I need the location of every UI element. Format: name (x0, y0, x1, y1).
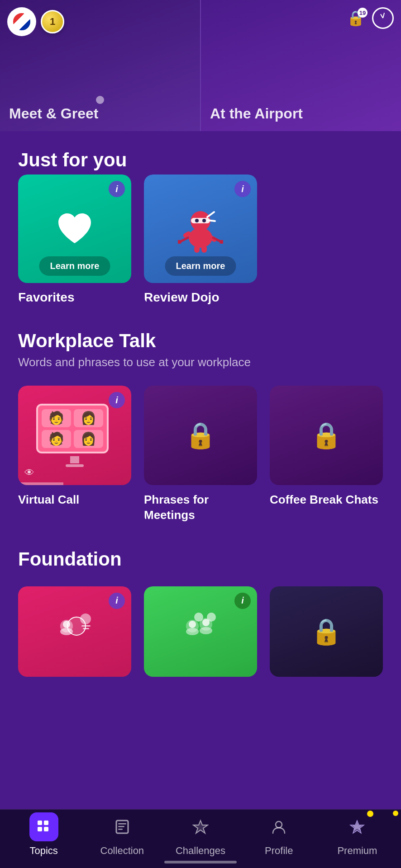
svg-line-13 (207, 212, 214, 217)
svg-point-27 (200, 627, 212, 634)
svg-rect-37 (118, 829, 123, 830)
info-icon-fc2[interactable]: i (234, 593, 251, 609)
bottom-nav: Topics Collection Challenges Pro (0, 809, 401, 868)
premium-icon (349, 819, 365, 835)
challenges-icon-wrap (186, 812, 215, 841)
monitor-base (66, 464, 84, 467)
svg-rect-30 (38, 821, 42, 825)
lock-icon-fc3: 🔒 (310, 617, 342, 646)
svg-rect-35 (118, 823, 126, 825)
profile-icon-wrap (264, 812, 293, 841)
review-dojo-card[interactable]: i (144, 175, 257, 305)
home-indicator (164, 861, 237, 863)
info-icon-vc[interactable]: i (109, 392, 125, 408)
lock-count-wrap: 🔒 19 (347, 9, 365, 27)
collection-icon-wrap (108, 812, 137, 841)
progress-bar (18, 482, 63, 485)
monitor-body: 🧑 👩 🧑 👩 (36, 404, 109, 453)
favorites-card[interactable]: i Learn more Favorites (18, 175, 131, 305)
info-icon-fc1[interactable]: i (109, 593, 125, 609)
hero-card-label: Meet & Greet (9, 105, 98, 122)
timer-icon (372, 7, 394, 29)
lock-icon-cbc: 🔒 (310, 420, 342, 450)
foundation-card-pink-inner: i (18, 586, 131, 677)
lock-count-badge: 19 (358, 8, 368, 18)
premium-icon-wrap (343, 812, 372, 841)
svg-point-19 (80, 613, 91, 624)
review-dojo-learn-more-btn[interactable]: Learn more (165, 256, 236, 276)
phrases-meetings-label: Phrases for Meetings (144, 492, 257, 523)
foundation-title: Foundation (18, 548, 383, 570)
nav-item-challenges[interactable]: Challenges (161, 812, 239, 857)
people-chat-icon-1 (57, 613, 93, 650)
virtual-call-card[interactable]: i 🧑 👩 🧑 (18, 386, 131, 523)
heart-icon (57, 212, 93, 245)
person-icon-2: 👩 (81, 410, 96, 425)
favorites-label: Favorites (18, 290, 131, 305)
hero-top-left: 1 (7, 7, 64, 36)
favorites-card-inner: i Learn more (18, 175, 131, 283)
eye-icon: 👁 (24, 467, 34, 479)
svg-rect-31 (44, 821, 48, 825)
flag-icon (12, 12, 32, 32)
coffee-break-card[interactable]: 🔒 Coffee Break Chats (270, 386, 383, 523)
profile-nav-label: Profile (265, 845, 293, 857)
dot-indicator (96, 96, 104, 104)
svg-point-29 (207, 613, 216, 622)
svg-point-23 (189, 621, 196, 628)
workplace-talk-cards: i 🧑 👩 🧑 (18, 386, 383, 523)
svg-rect-21 (83, 628, 89, 629)
hero-card-label: At the Airport (210, 105, 303, 122)
favorites-learn-more-btn[interactable]: Learn more (39, 256, 110, 276)
foundation-card-pink[interactable]: i (18, 586, 131, 677)
svg-rect-33 (44, 827, 48, 831)
video-tile-1: 🧑 (42, 409, 71, 427)
just-for-you-cards: i Learn more Favorites i (18, 175, 383, 305)
svg-point-4 (202, 219, 206, 222)
nav-item-topics[interactable]: Topics (5, 812, 83, 857)
svg-rect-10 (220, 240, 223, 244)
main-content: Just for you i Learn more Favorites (0, 131, 401, 740)
workplace-talk-section: Workplace Talk Words and phrases to use … (18, 330, 383, 523)
virtual-call-card-inner: i 🧑 👩 🧑 (18, 386, 131, 485)
svg-point-3 (195, 219, 199, 222)
nav-item-premium[interactable]: Premium (318, 812, 396, 857)
topics-icon-wrap (29, 812, 58, 841)
hero-card-meet-greet[interactable]: 1 Meet & Greet (0, 0, 201, 131)
monitor-stand (70, 456, 79, 463)
svg-rect-32 (38, 827, 42, 831)
coffee-break-label: Coffee Break Chats (270, 492, 383, 508)
video-tile-2: 👩 (74, 409, 103, 427)
foundation-card-dark[interactable]: 🔒 (270, 586, 383, 677)
collection-icon (114, 819, 130, 835)
person-icon-1: 🧑 (48, 410, 64, 425)
lock-icon-pfm: 🔒 (185, 420, 216, 450)
hero-top-right: 🔒 19 (347, 7, 394, 29)
person-icon-3: 🧑 (48, 431, 64, 446)
phrases-meetings-card[interactable]: 🔒 Phrases for Meetings (144, 386, 257, 523)
svg-line-14 (207, 220, 215, 221)
premium-nav-label: Premium (337, 845, 377, 857)
phrases-meetings-card-inner: 🔒 (144, 386, 257, 485)
foundation-card-green[interactable]: i (144, 586, 257, 677)
vc-illustration: 🧑 👩 🧑 👩 (36, 404, 113, 467)
video-tile-4: 👩 (74, 430, 103, 448)
svg-rect-11 (194, 245, 200, 253)
svg-point-24 (186, 628, 199, 635)
info-icon-dojo[interactable]: i (234, 181, 251, 197)
premium-dot (367, 811, 373, 817)
review-dojo-card-inner: i (144, 175, 257, 283)
foundation-card-green-inner: i (144, 586, 257, 677)
person-icon-4: 👩 (81, 431, 96, 446)
coffee-break-card-inner: 🔒 (270, 386, 383, 485)
topics-icon (36, 819, 52, 835)
hero-card-airport[interactable]: 🔒 19 At the Airport (201, 0, 401, 131)
nav-item-profile[interactable]: Profile (240, 812, 318, 857)
workplace-talk-title: Workplace Talk (18, 330, 383, 352)
svg-rect-12 (201, 245, 207, 253)
challenges-nav-label: Challenges (176, 845, 225, 857)
review-dojo-label: Review Dojo (144, 290, 257, 305)
collection-nav-label: Collection (100, 845, 144, 857)
nav-item-collection[interactable]: Collection (83, 812, 161, 857)
info-icon-favorites[interactable]: i (109, 181, 125, 197)
